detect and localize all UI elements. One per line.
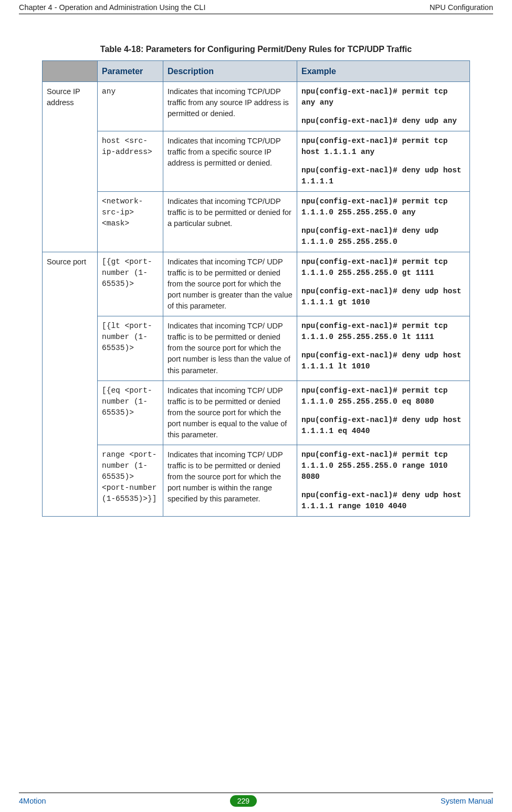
desc-cell: Indicates that incoming TCP/UDP traffic … [163,192,297,252]
header-description: Description [163,61,297,82]
table-row: [{eq <port-number (1-65535)> Indicates t… [43,381,470,445]
header-right: NPU Configuration [430,3,493,12]
example-line: npu(config-ext-nacl)# permit tcp any any [301,86,465,108]
example-cell: npu(config-ext-nacl)# permit tcp 1.1.1.0… [297,192,470,252]
example-line: npu(config-ext-nacl)# deny udp 1.1.1.0 2… [301,225,465,248]
table-row: [{lt <port-number (1-65535)> Indicates t… [43,316,470,381]
param-cell: [{gt <port-number (1-65535)> [98,252,163,316]
example-line: npu(config-ext-nacl)# deny udp host 1.1.… [301,286,465,308]
example-line: npu(config-ext-nacl)# permit tcp host 1.… [301,136,465,158]
group-source-ip: Source IP address [43,82,98,252]
header-left: Chapter 4 - Operation and Administration… [19,3,205,12]
example-line: npu(config-ext-nacl)# permit tcp 1.1.1.0… [301,449,465,482]
param-cell: host <src-ip-address> [98,131,163,192]
example-cell: npu(config-ext-nacl)# permit tcp 1.1.1.0… [297,445,470,516]
example-line: npu(config-ext-nacl)# deny udp any [301,116,465,127]
example-line: npu(config-ext-nacl)# deny udp host 1.1.… [301,350,465,372]
example-line: npu(config-ext-nacl)# permit tcp 1.1.1.0… [301,321,465,343]
desc-cell: Indicates that incoming TCP/ UDP traffic… [163,445,297,516]
table-row: Source port [{gt <port-number (1-65535)>… [43,252,470,316]
desc-cell: Indicates that incoming TCP/ UDP traffic… [163,252,297,316]
desc-cell: Indicates that incoming TCP/UDP traffic … [163,82,297,131]
example-cell: npu(config-ext-nacl)# permit tcp 1.1.1.0… [297,381,470,445]
header-corner [43,61,98,82]
param-cell: range <port-number (1-65535)> <port-numb… [98,445,163,516]
content-area: Table 4-18: Parameters for Configuring P… [42,45,470,517]
param-cell: [{lt <port-number (1-65535)> [98,316,163,381]
example-line: npu(config-ext-nacl)# deny udp host 1.1.… [301,165,465,187]
example-line: npu(config-ext-nacl)# deny udp host 1.1.… [301,415,465,437]
group-source-port: Source port [43,252,98,516]
footer-left: 4Motion [19,797,46,805]
desc-cell: Indicates that incoming TCP/UDP traffic … [163,131,297,192]
parameters-table: Parameter Description Example Source IP … [42,60,470,517]
example-cell: npu(config-ext-nacl)# permit tcp host 1.… [297,131,470,192]
table-caption: Table 4-18: Parameters for Configuring P… [42,45,470,54]
page-footer: 4Motion 229 System Manual [19,793,493,807]
example-cell: npu(config-ext-nacl)# permit tcp any any… [297,82,470,131]
example-line: npu(config-ext-nacl)# permit tcp 1.1.1.0… [301,256,465,279]
page-header: Chapter 4 - Operation and Administration… [19,3,493,14]
header-example: Example [297,61,470,82]
desc-cell: Indicates that incoming TCP/ UDP traffic… [163,316,297,381]
param-cell: [{eq <port-number (1-65535)> [98,381,163,445]
footer-right: System Manual [441,797,493,805]
table-row: <network-src-ip> <mask> Indicates that i… [43,192,470,252]
example-line: npu(config-ext-nacl)# permit tcp 1.1.1.0… [301,196,465,218]
param-cell: any [98,82,163,131]
table-row: host <src-ip-address> Indicates that inc… [43,131,470,192]
example-cell: npu(config-ext-nacl)# permit tcp 1.1.1.0… [297,316,470,381]
table-row: Source IP address any Indicates that inc… [43,82,470,131]
page-number-pill: 229 [230,795,257,807]
table-header-row: Parameter Description Example [43,61,470,82]
example-line: npu(config-ext-nacl)# deny udp host 1.1.… [301,490,465,512]
header-parameter: Parameter [98,61,163,82]
table-row: range <port-number (1-65535)> <port-numb… [43,445,470,516]
desc-cell: Indicates that incoming TCP/ UDP traffic… [163,381,297,445]
param-cell: <network-src-ip> <mask> [98,192,163,252]
example-cell: npu(config-ext-nacl)# permit tcp 1.1.1.0… [297,252,470,316]
example-line: npu(config-ext-nacl)# permit tcp 1.1.1.0… [301,385,465,407]
